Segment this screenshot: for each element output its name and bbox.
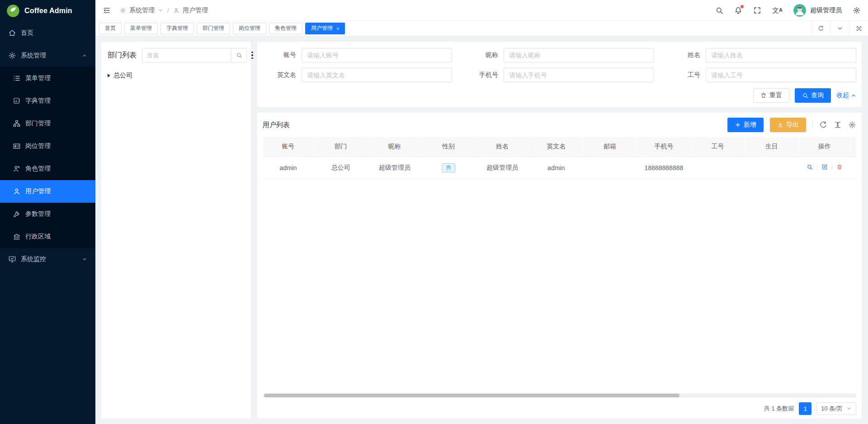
export-label: 导出 xyxy=(786,121,799,129)
row-height-icon[interactable] xyxy=(834,121,842,129)
work-no-input[interactable] xyxy=(706,68,856,82)
account-input[interactable] xyxy=(302,48,452,62)
user-icon xyxy=(173,7,179,14)
sidebar-item-param-mgmt[interactable]: 参数管理 xyxy=(0,203,95,225)
gear-icon xyxy=(8,52,16,60)
add-user-button[interactable]: 新增 xyxy=(727,118,764,132)
sidebar-item-label: 系统监控 xyxy=(21,255,46,263)
sidebar-item-dept-mgmt[interactable]: 部门管理 xyxy=(0,112,95,135)
tab-menu-mgmt[interactable]: 菜单管理 xyxy=(124,23,158,34)
column-header-account[interactable]: 账号 xyxy=(263,137,314,157)
tab-dept-mgmt[interactable]: 部门管理 xyxy=(197,23,230,34)
sidebar-item-label: 角色管理 xyxy=(25,165,51,173)
tree-node-root[interactable]: 总公司 xyxy=(108,70,245,81)
sidebar-group-monitor[interactable]: 系统监控 xyxy=(0,248,95,271)
row-actions xyxy=(807,164,843,170)
tab-home[interactable]: 首页 xyxy=(99,23,122,34)
column-header-nickname[interactable]: 昵称 xyxy=(368,137,421,157)
column-header-phone[interactable]: 手机号 xyxy=(637,137,691,157)
search-form-card: 账号 昵称 姓名 英文名 手机号 xyxy=(257,42,862,107)
more-options-icon[interactable] xyxy=(251,52,253,59)
column-header-actions: 操作 xyxy=(798,137,850,157)
org-chart-icon xyxy=(13,119,21,128)
refresh-icon[interactable] xyxy=(819,121,827,129)
collapse-form-link[interactable]: 收起 xyxy=(836,91,856,100)
search-icon xyxy=(236,52,242,58)
name-input[interactable] xyxy=(706,48,856,62)
tab-dict-mgmt[interactable]: 字典管理 xyxy=(160,23,194,34)
column-header-work-no[interactable]: 工号 xyxy=(691,137,745,157)
department-search-button[interactable] xyxy=(231,48,247,62)
column-header-name[interactable]: 姓名 xyxy=(476,137,529,157)
field-label: 姓名 xyxy=(667,51,706,59)
close-icon[interactable]: × xyxy=(336,26,339,31)
fullscreen-icon[interactable] xyxy=(753,6,761,14)
department-search-input[interactable] xyxy=(142,48,231,62)
chevron-down-icon[interactable] xyxy=(158,8,163,13)
field-label: 英文名 xyxy=(263,71,302,79)
nickname-input[interactable] xyxy=(504,48,654,62)
breadcrumb-level2: 用户管理 xyxy=(183,6,208,14)
pagination-page-1[interactable]: 1 xyxy=(799,402,811,415)
trash-icon xyxy=(760,92,767,99)
sidebar: Coffee Admin 首页 系统管理 菜单管理 A 字典管理 xyxy=(0,0,95,424)
table-row[interactable]: admin 总公司 超级管理员 男 超级管理员 admin 1888888888… xyxy=(263,157,856,179)
plus-icon xyxy=(735,122,741,128)
sidebar-item-home[interactable]: 首页 xyxy=(0,22,95,44)
translate-icon[interactable]: 文A xyxy=(772,7,783,14)
list-icon xyxy=(13,74,21,82)
reset-button[interactable]: 重置 xyxy=(753,88,789,103)
query-button[interactable]: 查询 xyxy=(795,88,831,103)
sidebar-item-user-mgmt[interactable]: 用户管理 xyxy=(0,180,95,203)
search-icon[interactable] xyxy=(715,6,723,14)
tab-role-mgmt[interactable]: 角色管理 xyxy=(269,23,302,34)
breadcrumb: 系统管理 / 用户管理 xyxy=(120,6,208,14)
sidebar-item-region[interactable]: 行政区域 xyxy=(0,225,95,248)
notifications-button[interactable] xyxy=(734,6,742,14)
chevron-down-icon[interactable] xyxy=(830,21,849,36)
user-table-header: 用户列表 新增 导出 xyxy=(263,113,856,137)
sidebar-item-role-mgmt[interactable]: 角色管理 xyxy=(0,157,95,180)
english-name-input[interactable] xyxy=(302,68,452,82)
field-account: 账号 xyxy=(263,48,452,62)
page-size-select[interactable]: 10 条/页 xyxy=(816,402,856,415)
maximize-icon[interactable] xyxy=(849,21,868,36)
column-header-english-name[interactable]: 英文名 xyxy=(529,137,583,157)
chevron-down-icon xyxy=(82,257,87,262)
bank-icon xyxy=(13,233,21,241)
export-button[interactable]: 导出 xyxy=(770,118,806,132)
id-card-icon xyxy=(13,142,21,150)
tab-post-mgmt[interactable]: 岗位管理 xyxy=(233,23,266,34)
column-header-birthday[interactable]: 生日 xyxy=(745,137,798,157)
sidebar-item-dict-mgmt[interactable]: A 字典管理 xyxy=(0,90,95,112)
column-header-gender[interactable]: 性别 xyxy=(421,137,475,157)
edit-icon[interactable] xyxy=(821,164,828,170)
page-size-value: 10 条/页 xyxy=(821,405,843,413)
tab-label: 菜单管理 xyxy=(130,24,152,32)
right-column: 账号 昵称 姓名 英文名 手机号 xyxy=(257,42,862,419)
phone-input[interactable] xyxy=(504,68,654,82)
horizontal-scrollbar[interactable] xyxy=(263,393,856,398)
chevron-down-icon xyxy=(846,406,852,411)
gear-icon[interactable] xyxy=(853,6,861,14)
sidebar-item-label: 字典管理 xyxy=(25,97,51,105)
cell-phone: 18888888888 xyxy=(637,157,691,179)
breadcrumb-level1[interactable]: 系统管理 xyxy=(129,6,155,14)
query-button-label: 查询 xyxy=(811,91,824,100)
column-header-email[interactable]: 邮箱 xyxy=(583,137,637,157)
scrollbar-thumb[interactable] xyxy=(264,394,679,397)
refresh-icon[interactable] xyxy=(811,21,830,36)
sidebar-item-post-mgmt[interactable]: 岗位管理 xyxy=(0,135,95,157)
collapse-sidebar-icon[interactable] xyxy=(103,6,111,14)
column-settings-gear-icon[interactable] xyxy=(848,121,856,129)
view-icon[interactable] xyxy=(807,164,813,170)
caret-right-icon[interactable] xyxy=(108,74,110,77)
sidebar-group-system[interactable]: 系统管理 xyxy=(0,44,95,67)
column-header-department[interactable]: 部门 xyxy=(314,137,368,157)
user-menu[interactable]: 超级管理员 xyxy=(793,4,842,17)
sidebar-item-menu-mgmt[interactable]: 菜单管理 xyxy=(0,67,95,90)
cell-account: admin xyxy=(263,157,314,179)
cell-gender: 男 xyxy=(421,157,475,179)
tab-user-mgmt[interactable]: 用户管理 × xyxy=(305,23,345,34)
delete-icon[interactable] xyxy=(836,164,843,170)
